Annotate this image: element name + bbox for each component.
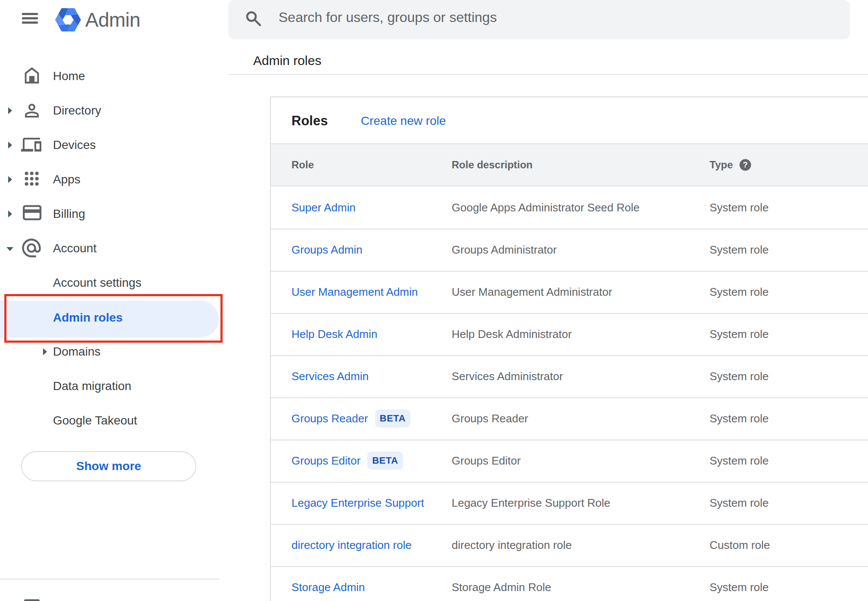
svg-text:?: ? [743,161,748,169]
